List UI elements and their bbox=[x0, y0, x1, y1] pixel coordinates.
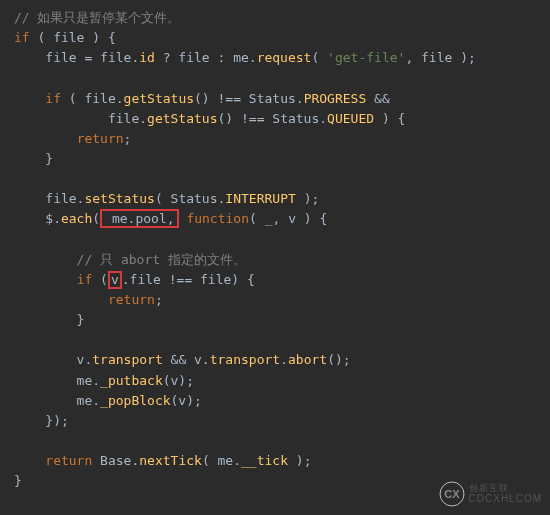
code-text: () !== Status. bbox=[194, 91, 304, 106]
brace-close: } bbox=[14, 151, 53, 166]
method-call: _popBlock bbox=[100, 393, 170, 408]
code-text: file !== file) { bbox=[130, 272, 255, 287]
method-call: setStatus bbox=[84, 191, 154, 206]
code-text: file. bbox=[14, 111, 147, 126]
highlighted-text: me.pool, bbox=[104, 211, 174, 226]
logo-text: 创新互联 CDCXHLCOM bbox=[469, 484, 542, 505]
punct: ( bbox=[92, 211, 100, 226]
code-text: ( me. bbox=[202, 453, 241, 468]
keyword-if: if bbox=[77, 272, 93, 287]
punct: . bbox=[122, 272, 130, 287]
keyword-return: return bbox=[45, 453, 92, 468]
identifier: file bbox=[53, 30, 84, 45]
constant: INTERRUPT bbox=[225, 191, 295, 206]
punct: , file ); bbox=[405, 50, 475, 65]
punct: ) { bbox=[374, 111, 405, 126]
punct: ; bbox=[155, 292, 163, 307]
punct: ); bbox=[296, 191, 319, 206]
indent bbox=[14, 91, 45, 106]
property: transport bbox=[92, 352, 162, 367]
string-literal: 'get-file' bbox=[327, 50, 405, 65]
punct: ( bbox=[311, 50, 327, 65]
method-call: abort bbox=[288, 352, 327, 367]
method-call: getStatus bbox=[124, 91, 194, 106]
property: __tick bbox=[241, 453, 288, 468]
svg-text:CX: CX bbox=[444, 488, 460, 500]
keyword-function: function bbox=[179, 211, 249, 226]
punct: ( bbox=[92, 272, 108, 287]
logo-brand-en: CDCXHLCOM bbox=[469, 493, 542, 504]
constant: QUEUED bbox=[327, 111, 374, 126]
punct: && bbox=[366, 91, 389, 106]
keyword-if: if bbox=[45, 91, 61, 106]
brace-close: } bbox=[14, 473, 22, 488]
code-text: && v. bbox=[163, 352, 210, 367]
punct: (); bbox=[327, 352, 350, 367]
highlighted-text: v bbox=[111, 272, 119, 287]
highlight-box-pool: me.pool, bbox=[100, 209, 178, 228]
code-block: // 如果只是暂停某个文件。 if ( file ) { file = file… bbox=[0, 0, 550, 491]
code-text: ? file : me. bbox=[155, 50, 257, 65]
punct: (v); bbox=[171, 393, 202, 408]
highlight-box-v: v bbox=[108, 271, 122, 289]
code-text: v. bbox=[14, 352, 92, 367]
code-text: me. bbox=[14, 393, 100, 408]
method-call: request bbox=[257, 50, 312, 65]
brace-close: } bbox=[14, 312, 84, 327]
method-call: _putback bbox=[100, 373, 163, 388]
punct: ( _, v ) { bbox=[249, 211, 327, 226]
keyword-return: return bbox=[108, 292, 155, 307]
logo-icon: CX bbox=[439, 481, 465, 507]
punct: . bbox=[280, 352, 288, 367]
code-text: () !== Status. bbox=[218, 111, 328, 126]
code-text: ( file. bbox=[61, 91, 124, 106]
watermark-logo: CX 创新互联 CDCXHLCOM bbox=[439, 481, 542, 507]
code-text: me. bbox=[14, 373, 100, 388]
punct: (v); bbox=[163, 373, 194, 388]
code-text: file. bbox=[14, 191, 84, 206]
punct: ); bbox=[288, 453, 311, 468]
property: id bbox=[139, 50, 155, 65]
method-call: each bbox=[61, 211, 92, 226]
code-text: file = file. bbox=[14, 50, 139, 65]
keyword-return: return bbox=[77, 131, 124, 146]
indent bbox=[14, 272, 77, 287]
indent bbox=[14, 453, 45, 468]
code-text: Base. bbox=[92, 453, 139, 468]
keyword-if: if bbox=[14, 30, 30, 45]
property: transport bbox=[210, 352, 280, 367]
brace-close: }); bbox=[14, 413, 69, 428]
comment-line: // 如果只是暂停某个文件。 bbox=[14, 10, 180, 25]
indent bbox=[14, 131, 77, 146]
code-text: $. bbox=[14, 211, 61, 226]
method-call: getStatus bbox=[147, 111, 217, 126]
comment-line: // 只 abort 指定的文件。 bbox=[14, 252, 246, 267]
punct: ; bbox=[124, 131, 132, 146]
code-text: ( Status. bbox=[155, 191, 225, 206]
indent bbox=[14, 292, 108, 307]
punct: ( bbox=[30, 30, 53, 45]
constant: PROGRESS bbox=[304, 91, 367, 106]
method-call: nextTick bbox=[139, 453, 202, 468]
punct: ) { bbox=[84, 30, 115, 45]
logo-brand-cn: 创新互联 bbox=[469, 484, 542, 494]
